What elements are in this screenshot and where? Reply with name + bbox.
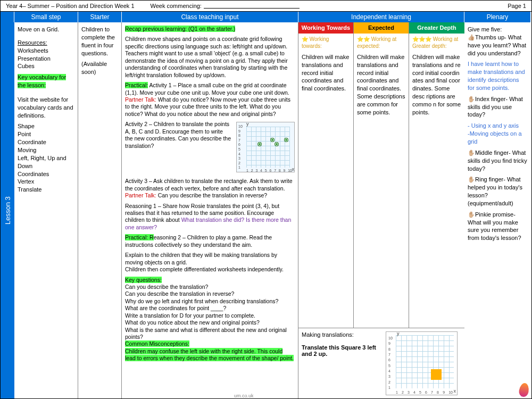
key-question: What are the coordinates for point ____?: [125, 305, 295, 312]
point-c: [275, 143, 278, 146]
small-step-column: Move on a Grid. Resources: Worksheets Pr…: [14, 22, 78, 398]
resources-label: Resources:: [18, 39, 47, 46]
gd-body: Children will make translations and re c…: [412, 53, 461, 117]
translation-task-panel: Making translations: Translate this Squa…: [298, 328, 464, 398]
vocab-item: Translate: [18, 186, 74, 194]
yellow-square: [431, 369, 442, 380]
column-header-row: Small step Starter Class teaching input …: [1, 12, 531, 22]
vocab-item: Coordinate: [18, 138, 74, 146]
index-finger-prompt: ✋🏼Index finger- What skills did you use …: [468, 95, 527, 119]
independent-learning-column: Working Towards ⭐ Working towards: Child…: [298, 22, 464, 398]
practical-1: Practical: Activity 1 – Place a small cu…: [125, 82, 295, 96]
misconceptions-text: Children may confuse the left side with …: [125, 348, 294, 361]
week-commencing-label: Week commencing:: [151, 3, 202, 9]
translation-title: Making translations:: [302, 331, 381, 338]
col-head-teaching: Class teaching input: [122, 12, 298, 22]
translation-task: Translate this Square 3 left and 2 up.: [302, 344, 376, 357]
resource-item: Worksheets: [18, 47, 74, 55]
partner-talk-2: Partner Talk: Can you describe the trans…: [125, 192, 295, 199]
expected-head: Expected: [354, 22, 409, 34]
content-body: Lesson 3 Move on a Grid. Resources: Work…: [1, 22, 531, 398]
vocab-item: Vertex: [18, 178, 74, 186]
activity-2-block: y x 12345678910 12345678910 Activity 2 –…: [125, 121, 295, 174]
vocab-item: Moving: [18, 146, 74, 154]
starter-column: Children to complete the fluent in four …: [78, 22, 122, 398]
expected-column: Expected ⭐⭐ Working at expected: Childre…: [354, 22, 409, 328]
pinkie-prompt: ✋🏼Pinkie promise- What will you make sur…: [468, 211, 527, 242]
plenary-example-answer: I have learnt how to make translations a…: [468, 60, 527, 92]
teaching-intro: Children move shapes and points on a coo…: [125, 36, 295, 79]
key-question: What do you notice about the new and ori…: [125, 319, 295, 326]
lesson-plan-page: Year 4– Summer – Position and Direction …: [0, 0, 532, 399]
greater-depth-column: Greater Depth ⭐⭐⭐ Working at Greater dep…: [409, 22, 464, 328]
thumbs-up-prompt: 👍🏼Thumbs up- What have you learnt? What …: [468, 34, 527, 57]
plenary-column: Give me five: 👍🏼Thumbs up- What have you…: [464, 22, 530, 398]
teaching-column: Recap previous learning: (Q1 on the star…: [122, 22, 298, 398]
page-number: Page 1: [508, 3, 526, 9]
key-question: Write a translation for D for your partn…: [125, 312, 295, 319]
practical-label: Practical: R: [125, 234, 154, 240]
working-towards-column: Working Towards ⭐ Working towards: Child…: [298, 22, 354, 328]
ex-stars: ⭐⭐ Working at expected:: [357, 36, 405, 50]
activity-3-text: Activity 3 – Ask children to translate t…: [125, 178, 295, 192]
resource-item: Cubes: [18, 62, 74, 70]
small-step-heading: Move on a Grid.: [18, 26, 74, 34]
key-vocab-label: Key vocabulary for the lesson:: [18, 74, 66, 88]
middle-finger-prompt: ✋🏼Middle finger- What skills did you fin…: [468, 149, 527, 173]
vocab-website-note: Visit the website for vocabulary cards a…: [18, 96, 74, 120]
wt-stars: ⭐ Working towards:: [302, 36, 350, 50]
key-question: Why do we go left and right first when d…: [125, 298, 295, 305]
misconceptions-label: Common Misconceptions:: [125, 340, 189, 347]
then-text: Children then complete differentiated wo…: [125, 266, 295, 273]
side-spacer: [1, 12, 14, 22]
point-d: [285, 138, 288, 142]
activity-2-text: Activity 2 – Children to translate the p…: [125, 121, 231, 149]
translation-grid-figure: y x 12345678910 12345678910: [386, 331, 458, 395]
week-commencing-blank: [204, 3, 300, 9]
practical-label: Practical:: [125, 82, 148, 88]
vocab-item: Shape: [18, 122, 74, 130]
wt-body: Children will make translations and reco…: [302, 53, 350, 93]
top-bar: Year 4– Summer – Position and Direction …: [1, 1, 531, 12]
greater-depth-head: Greater Depth: [409, 22, 464, 34]
plenary-heading: Give me five:: [468, 26, 527, 34]
footer-url-fragment: um.co.uk: [234, 393, 254, 398]
plenary-example-answer: -Moving objects on a grid: [468, 130, 527, 146]
key-question: Can you describe the translation in reve…: [125, 290, 295, 297]
vocab-item: Left, Right, Up and Down: [18, 154, 74, 170]
plenary-example-answer: - Using x and y axis: [468, 122, 527, 130]
gd-stars: ⭐⭐⭐ Working at Greater depth:: [412, 36, 461, 50]
working-towards-head: Working Towards: [298, 22, 353, 34]
practical-2: Practical: Reasoning 2 – Children to pla…: [125, 234, 295, 248]
ring-finger-prompt: ✋🏼Ring finger- What helped you in today'…: [468, 176, 527, 207]
col-head-starter: Starter: [78, 12, 122, 22]
doc-title: Year 4– Summer – Position and Direction …: [6, 3, 135, 9]
brand-logo: [519, 383, 529, 397]
resource-item: Presentation: [18, 55, 74, 63]
partner-talk-1: Partner Talk: What do you notice? Now mo…: [125, 96, 295, 118]
col-head-small-step: Small step: [14, 12, 78, 22]
vocab-item: Point: [18, 130, 74, 138]
starter-text: Children to complete the fluent in four …: [81, 26, 118, 57]
point-a: [258, 143, 261, 146]
recap-heading: Recap previous learning: (Q1 on the star…: [125, 26, 235, 32]
reasoning-1: Reasoning 1 – Share how Rosie translates…: [125, 203, 295, 231]
flame-icon: [519, 383, 529, 397]
point-b: [271, 138, 274, 142]
starter-availability: (Available soon): [81, 60, 118, 76]
partner-talk-label: Partner Talk:: [125, 192, 156, 198]
key-question: What is the same and what is different a…: [125, 327, 295, 341]
col-head-plenary: Plenary: [464, 12, 530, 22]
partner-talk-label: Partner Talk:: [125, 96, 156, 103]
lesson-tab: Lesson 3: [1, 22, 14, 398]
coordinate-grid-figure: y x 12345678910 12345678910: [236, 122, 295, 172]
key-questions-label: Key questions:: [125, 277, 162, 283]
col-head-independent: Independent learning: [298, 12, 464, 22]
vocab-item: Coordinates: [18, 170, 74, 178]
ex-body: Children will make translations and reco…: [357, 53, 405, 117]
key-question: Can you describe the translation?: [125, 284, 295, 290]
explain-text: Explain to the children that they will b…: [125, 252, 295, 266]
